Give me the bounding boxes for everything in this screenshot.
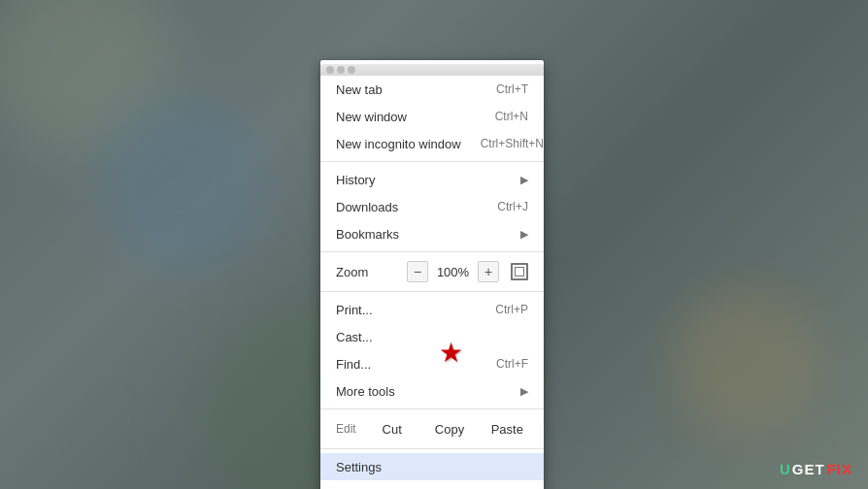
zoom-controls: − 100% + xyxy=(407,261,528,282)
find-shortcut: Ctrl+F xyxy=(496,357,528,371)
downloads-label: Downloads xyxy=(336,200,478,214)
titlebar-dot xyxy=(348,66,355,74)
zoom-out-button[interactable]: − xyxy=(407,261,428,282)
zoom-value: 100% xyxy=(436,265,470,279)
menu-item-new-window[interactable]: New window Ctrl+N xyxy=(320,103,544,130)
menu-item-downloads[interactable]: Downloads Ctrl+J xyxy=(320,193,544,220)
bookmarks-label: Bookmarks xyxy=(336,227,513,242)
edit-row: Edit Cut Copy Paste xyxy=(320,413,544,444)
watermark-fix: FIX xyxy=(827,461,852,477)
print-shortcut: Ctrl+P xyxy=(495,303,528,316)
zoom-label: Zoom xyxy=(336,265,407,279)
menu-item-cast[interactable]: Cast... xyxy=(320,323,544,350)
menu-item-print[interactable]: Print... Ctrl+P xyxy=(320,296,544,323)
menu-item-bookmarks[interactable]: Bookmarks ▶ xyxy=(320,220,544,247)
new-tab-shortcut: Ctrl+T xyxy=(496,82,528,96)
divider xyxy=(320,408,544,409)
edit-label: Edit xyxy=(328,422,363,436)
downloads-shortcut: Ctrl+J xyxy=(497,200,528,213)
menu-item-help[interactable]: Help ▶ xyxy=(320,480,544,489)
new-tab-label: New tab xyxy=(336,82,477,97)
fullscreen-button[interactable] xyxy=(511,263,528,280)
paste-button[interactable]: Paste xyxy=(479,419,536,440)
zoom-row: Zoom − 100% + xyxy=(320,256,544,287)
cast-label: Cast... xyxy=(336,330,528,344)
bookmarks-arrow: ▶ xyxy=(520,228,528,241)
print-label: Print... xyxy=(336,303,476,317)
new-window-shortcut: Ctrl+N xyxy=(495,110,528,123)
menu-titlebar xyxy=(320,64,544,76)
chrome-menu: New tab Ctrl+T New window Ctrl+N New inc… xyxy=(320,60,544,489)
find-label: Find... xyxy=(336,357,477,372)
menu-item-settings[interactable]: Settings xyxy=(320,453,544,480)
divider xyxy=(320,161,544,162)
menu-item-new-tab[interactable]: New tab Ctrl+T xyxy=(320,76,544,103)
new-window-label: New window xyxy=(336,110,476,124)
watermark: UGETFIX xyxy=(780,461,852,477)
divider xyxy=(320,291,544,292)
menu-item-new-incognito[interactable]: New incognito window Ctrl+Shift+N xyxy=(320,130,544,157)
more-tools-label: More tools xyxy=(336,384,513,399)
menu-item-history[interactable]: History ▶ xyxy=(320,166,544,193)
titlebar-dot xyxy=(337,66,345,74)
menu-item-more-tools[interactable]: More tools ▶ xyxy=(320,377,544,405)
menu-item-find[interactable]: Find... Ctrl+F xyxy=(320,350,544,377)
watermark-get: GET xyxy=(792,461,825,477)
new-incognito-shortcut: Ctrl+Shift+N xyxy=(481,137,544,150)
zoom-in-button[interactable]: + xyxy=(478,261,499,282)
more-tools-arrow: ▶ xyxy=(520,385,528,398)
watermark-u: U xyxy=(780,461,790,477)
history-label: History xyxy=(336,173,513,187)
new-incognito-label: New incognito window xyxy=(336,137,461,151)
history-arrow: ▶ xyxy=(520,174,528,186)
cut-button[interactable]: Cut xyxy=(363,419,420,440)
divider xyxy=(320,251,544,252)
divider xyxy=(320,448,544,449)
copy-button[interactable]: Copy xyxy=(420,419,478,440)
settings-label: Settings xyxy=(336,460,528,474)
titlebar-dot xyxy=(326,66,334,74)
